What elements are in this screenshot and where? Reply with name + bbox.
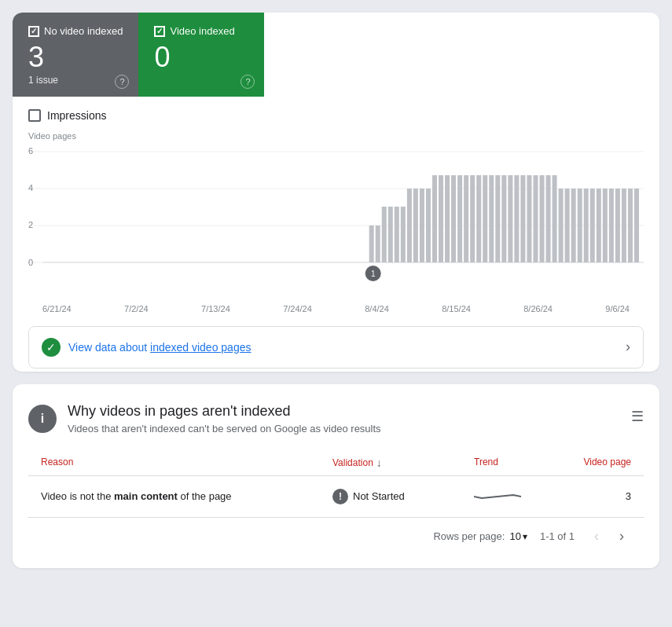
svg-rect-43 — [584, 189, 589, 262]
prev-page-button[interactable]: ‹ — [587, 527, 606, 546]
svg-rect-47 — [609, 189, 614, 262]
x-label-5: 8/15/24 — [442, 304, 471, 314]
svg-rect-42 — [578, 189, 582, 262]
svg-rect-23 — [457, 175, 462, 262]
no-video-label: No video indexed — [44, 25, 123, 37]
validation-status: Not Started — [353, 490, 405, 502]
header-trend: Trend — [474, 456, 568, 469]
no-video-help-icon[interactable]: ? — [115, 75, 129, 89]
svg-text:2: 2 — [28, 220, 33, 229]
chart-area: 6 4 2 0 — [28, 144, 644, 301]
chevron-right-icon: › — [626, 339, 630, 355]
view-data-button[interactable]: ✓ View data about indexed video pages › — [28, 326, 644, 368]
rows-per-page-value: 10 — [509, 530, 520, 542]
no-video-header: No video indexed — [28, 25, 123, 37]
status-cards: No video indexed 3 1 issue ? Video index… — [13, 13, 659, 97]
chart-svg: 6 4 2 0 — [28, 144, 644, 301]
svg-rect-25 — [470, 175, 475, 262]
svg-rect-15 — [407, 189, 412, 262]
no-video-checkbox-icon — [28, 26, 39, 37]
svg-rect-16 — [413, 189, 418, 262]
why-section: i Why videos in pages aren't indexed Vid… — [28, 400, 644, 552]
svg-rect-9 — [369, 226, 374, 262]
impressions-label: Impressions — [47, 109, 106, 122]
svg-text:0: 0 — [28, 258, 33, 267]
video-indexed-checkbox-icon — [154, 26, 165, 37]
svg-rect-40 — [565, 189, 570, 262]
impressions-row: Impressions — [28, 109, 644, 122]
svg-rect-50 — [628, 189, 633, 262]
svg-rect-24 — [464, 175, 468, 262]
svg-rect-51 — [634, 189, 639, 262]
chart-y-label: Video pages — [28, 131, 644, 141]
page-info: 1-1 of 1 — [540, 530, 575, 542]
why-subtitle: Videos that aren't indexed can't be serv… — [68, 423, 381, 434]
cell-trend — [474, 487, 568, 506]
rows-per-page-select[interactable]: 10 ▾ — [509, 530, 527, 542]
x-label-0: 6/21/24 — [42, 304, 72, 314]
table-container: Reason Validation ↓ Trend Video page Vid… — [28, 450, 644, 549]
exclaim-icon: ! — [332, 489, 348, 504]
video-indexed-header: Video indexed — [154, 25, 248, 37]
why-videos-card: i Why videos in pages aren't indexed Vid… — [13, 384, 659, 568]
cell-validation: ! Not Started — [332, 489, 474, 504]
svg-rect-34 — [527, 175, 531, 262]
chart-section: Impressions Video pages 6 4 2 0 — [13, 97, 659, 368]
no-video-count: 3 — [28, 42, 123, 73]
svg-rect-32 — [514, 175, 519, 262]
top-card-wrapper: No video indexed 3 1 issue ? Video index… — [13, 13, 659, 372]
trend-chart — [474, 487, 521, 506]
header-video-page: Video page — [568, 456, 631, 469]
svg-rect-21 — [445, 175, 450, 262]
svg-text:4: 4 — [28, 183, 33, 192]
pagination: Rows per page: 10 ▾ 1-1 of 1 ‹ › — [28, 518, 644, 549]
svg-rect-10 — [376, 226, 380, 262]
svg-rect-39 — [559, 189, 564, 262]
view-data-text: View data about indexed video pages — [68, 341, 251, 354]
x-label-3: 7/24/24 — [283, 304, 312, 314]
svg-rect-28 — [489, 175, 494, 262]
svg-rect-36 — [539, 175, 544, 262]
svg-rect-14 — [401, 207, 406, 262]
svg-rect-33 — [520, 175, 525, 262]
trend-cell — [474, 487, 568, 506]
info-icon: i — [28, 405, 57, 433]
x-label-7: 9/6/24 — [605, 304, 630, 314]
nav-arrows: ‹ › — [587, 527, 631, 546]
svg-rect-20 — [439, 175, 443, 262]
svg-rect-41 — [571, 189, 576, 262]
video-indexed-card[interactable]: Video indexed 0 ? — [138, 13, 264, 97]
impressions-checkbox[interactable] — [28, 109, 41, 122]
svg-rect-26 — [476, 175, 481, 262]
why-header: i Why videos in pages aren't indexed Vid… — [28, 403, 644, 434]
video-indexed-count: 0 — [154, 42, 248, 73]
why-text-block: Why videos in pages aren't indexed Video… — [68, 403, 381, 434]
svg-rect-48 — [615, 189, 620, 262]
svg-rect-35 — [533, 175, 538, 262]
no-video-sub: 1 issue — [28, 75, 123, 86]
validation-cell: ! Not Started — [332, 489, 474, 504]
view-data-left: ✓ View data about indexed video pages — [42, 338, 251, 357]
video-indexed-help-icon[interactable]: ? — [241, 75, 255, 89]
svg-rect-46 — [603, 189, 608, 262]
svg-rect-17 — [420, 189, 424, 262]
green-check-icon: ✓ — [42, 338, 61, 357]
rows-dropdown-icon: ▾ — [523, 531, 527, 542]
cell-video-count: 3 — [568, 490, 631, 502]
svg-rect-45 — [597, 189, 601, 262]
svg-rect-44 — [590, 189, 595, 262]
x-label-2: 7/13/24 — [201, 304, 230, 314]
table-header: Reason Validation ↓ Trend Video page — [28, 450, 644, 476]
svg-text:6: 6 — [28, 146, 33, 156]
why-header-left: i Why videos in pages aren't indexed Vid… — [28, 403, 381, 434]
svg-rect-29 — [495, 175, 500, 262]
svg-text:1: 1 — [371, 270, 376, 278]
x-label-1: 7/2/24 — [124, 304, 149, 314]
cell-reason: Video is not the main content of the pag… — [41, 490, 332, 502]
next-page-button[interactable]: › — [612, 527, 631, 546]
svg-rect-38 — [553, 175, 557, 262]
header-validation[interactable]: Validation ↓ — [332, 456, 474, 469]
filter-icon[interactable]: ☰ — [631, 408, 644, 425]
no-video-card[interactable]: No video indexed 3 1 issue ? — [13, 13, 138, 97]
svg-rect-12 — [388, 207, 393, 262]
